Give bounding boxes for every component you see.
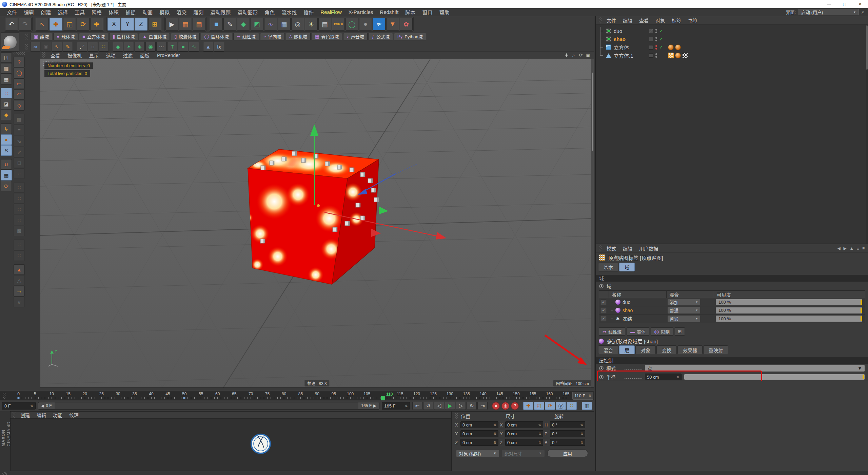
add-folder-button[interactable]: ⊞ xyxy=(675,327,685,336)
rotate-icon[interactable]: ⟳ xyxy=(77,18,90,31)
dots-grid-icon[interactable]: ∷ xyxy=(99,42,109,52)
undo-icon[interactable]: ↶ xyxy=(5,18,18,31)
minimize-button[interactable]: — xyxy=(821,0,837,8)
pan-view-icon[interactable]: ✚ xyxy=(564,53,570,58)
rotation-h-input[interactable]: 0 °⇅ xyxy=(550,421,585,428)
enabled-check-icon[interactable]: ✓ xyxy=(659,45,665,50)
mm-menu-item[interactable]: 创建 xyxy=(17,412,33,418)
matrix-extrude-icon[interactable]: ∷ xyxy=(14,215,25,225)
end-frame-input[interactable]: 165 F ⇅ xyxy=(382,402,410,410)
layer-tab[interactable]: 层 xyxy=(619,345,635,354)
menu-item[interactable]: 捕捉 xyxy=(122,8,139,16)
redo-icon[interactable]: ↷ xyxy=(19,18,32,31)
radial-field-button[interactable]: ◔ 径向域 xyxy=(260,33,285,40)
radio-icon[interactable] xyxy=(599,366,604,370)
add-floor-icon[interactable]: ▦ xyxy=(278,18,291,31)
points-mode-icon[interactable]: ∷ xyxy=(1,88,12,98)
play-forwards-button[interactable]: ▶ xyxy=(445,402,455,410)
realflow-tools-icon[interactable]: ✿ xyxy=(400,18,413,31)
create-point-icon[interactable]: ⇗ xyxy=(14,147,25,157)
visibility-dots[interactable] xyxy=(655,45,657,50)
menu-item[interactable]: 角色 xyxy=(261,8,278,16)
layer-tab[interactable]: 重映射 xyxy=(703,345,728,354)
visibility-bar[interactable]: 100 % xyxy=(716,307,862,314)
toolbar-grip[interactable] xyxy=(25,44,28,50)
goto-end-button[interactable]: ⇥ xyxy=(477,402,488,410)
gray-sphere-icon[interactable]: ● xyxy=(359,18,372,31)
lock-y-axis-icon[interactable]: Y xyxy=(121,18,134,31)
attribute-tab[interactable]: 域 xyxy=(619,263,635,271)
menu-item[interactable]: 模拟 xyxy=(156,8,173,16)
viewport-canvas[interactable]: 透视视图 Number of emitters: 0 Total live pa… xyxy=(40,59,594,387)
toolbar-grip[interactable] xyxy=(14,52,25,55)
mm-menu-item[interactable]: 纹理 xyxy=(66,412,82,418)
size-mode-select[interactable]: 绝对尺寸▼ xyxy=(502,450,545,457)
history-forward-icon[interactable]: ▶ xyxy=(844,246,847,251)
texture-mode-icon[interactable]: ▩ xyxy=(1,63,12,74)
menu-item[interactable]: 帮助 xyxy=(436,8,453,16)
om-menu-item[interactable]: 文件 xyxy=(603,17,619,24)
viewport-menu-item[interactable]: 查看 xyxy=(47,52,64,59)
menu-item[interactable]: 运动跟踪 xyxy=(207,8,234,16)
script-manager-icon[interactable]: ▤ xyxy=(318,18,331,31)
panel-grip[interactable] xyxy=(455,413,458,419)
range-start-handle[interactable]: ◀ 0 F xyxy=(38,402,55,409)
rotate-view-icon[interactable]: ⟳ xyxy=(578,53,584,58)
pen-icon[interactable]: ✎ xyxy=(223,18,236,31)
layer-tab[interactable]: 变换 xyxy=(656,345,677,354)
layer-control-header[interactable]: 层控制 xyxy=(596,357,868,364)
attribute-tab[interactable]: 基本 xyxy=(598,263,618,271)
fracture-icon[interactable]: ◈ xyxy=(135,42,145,52)
polygon-points-icon[interactable]: ◆ xyxy=(113,42,123,52)
qr-code-icon[interactable]: QR xyxy=(373,18,386,31)
live-selection-tool-icon[interactable]: ◯ xyxy=(14,68,25,78)
layer-chip[interactable] xyxy=(649,29,653,33)
drop-to-floor-icon[interactable]: ▼ xyxy=(386,18,399,31)
position-x-input[interactable]: 0 cm⇅ xyxy=(460,421,498,428)
point-selection-icon[interactable]: ↖ xyxy=(52,42,62,52)
om-menu-item[interactable]: 编辑 xyxy=(619,17,636,24)
viewport-menu-item[interactable]: 面板 xyxy=(136,52,153,59)
play-backwards-button[interactable]: ↺ xyxy=(423,402,433,410)
playhead[interactable] xyxy=(381,396,385,400)
cube-field-button[interactable]: ■ 立方体域 xyxy=(79,33,108,40)
zoom-view-icon[interactable]: ⌕ xyxy=(571,53,577,58)
menu-item[interactable]: 网格 xyxy=(88,8,105,16)
smooth-shift-icon[interactable]: ⊠ xyxy=(14,226,25,236)
history-back-icon[interactable]: ◀ xyxy=(837,246,840,251)
next-frame-button[interactable]: ▷ xyxy=(456,402,466,410)
om-scrollbar[interactable] xyxy=(866,25,868,244)
transform-mode-select[interactable]: 对象 (相对)▼ xyxy=(456,450,499,457)
random-field-button[interactable]: ∴ 随机域 xyxy=(286,33,311,40)
cone-field-button[interactable]: ▲ 圆锥体域 xyxy=(139,33,170,40)
polygon-selection-icon[interactable]: ◇ xyxy=(14,100,25,111)
tweak-mode-icon[interactable]: ● xyxy=(1,134,12,145)
limit-field-add-button[interactable]: Ⓒ 限制 xyxy=(651,327,673,336)
panel-menu-icon[interactable]: ≡ xyxy=(862,246,865,251)
tool-help-icon[interactable]: ? xyxy=(14,57,25,67)
torus-field-button[interactable]: ◯ 圆环体域 xyxy=(201,33,232,40)
field-row-freeze[interactable]: ✓ ✱ 冻结 普通 ▼ 100 % xyxy=(599,315,865,323)
fields-section-header[interactable]: 域 xyxy=(596,275,868,282)
visibility-dots[interactable] xyxy=(655,29,657,33)
psr-zero-icon[interactable]: PSR 0 xyxy=(332,18,345,31)
object-row-cube[interactable]: 立方体 ✓ xyxy=(600,43,868,51)
group-field-button[interactable]: ▣ 组域 xyxy=(31,33,52,40)
formula-field-button[interactable]: ƒ 公式域 xyxy=(369,33,393,40)
apply-button[interactable]: 应用 xyxy=(547,450,588,457)
rotation-b-input[interactable]: 0 °⇅ xyxy=(550,439,585,446)
layer-tab[interactable]: 混合 xyxy=(598,345,618,354)
size-y-input[interactable]: 0 cm⇅ xyxy=(505,430,543,437)
fx-icon[interactable]: fx xyxy=(214,42,224,52)
maximize-button[interactable]: ▢ xyxy=(837,0,852,8)
enabled-check-icon[interactable]: ✓ xyxy=(659,28,665,34)
am-menu-item[interactable]: 模式 xyxy=(603,245,619,252)
move-icon[interactable]: ✚ xyxy=(50,18,62,31)
last-used-tool-icon[interactable]: ✚ xyxy=(90,18,103,31)
viewport-scrollbar[interactable] xyxy=(591,59,594,387)
menu-item[interactable]: 运动图形 xyxy=(234,8,261,16)
panel-grip[interactable] xyxy=(3,393,6,399)
workplane-lock-icon[interactable]: ▦ xyxy=(1,170,12,180)
mode-select[interactable]: 点 ▼ xyxy=(645,365,865,372)
field-checkbox[interactable]: ✓ xyxy=(601,308,606,313)
